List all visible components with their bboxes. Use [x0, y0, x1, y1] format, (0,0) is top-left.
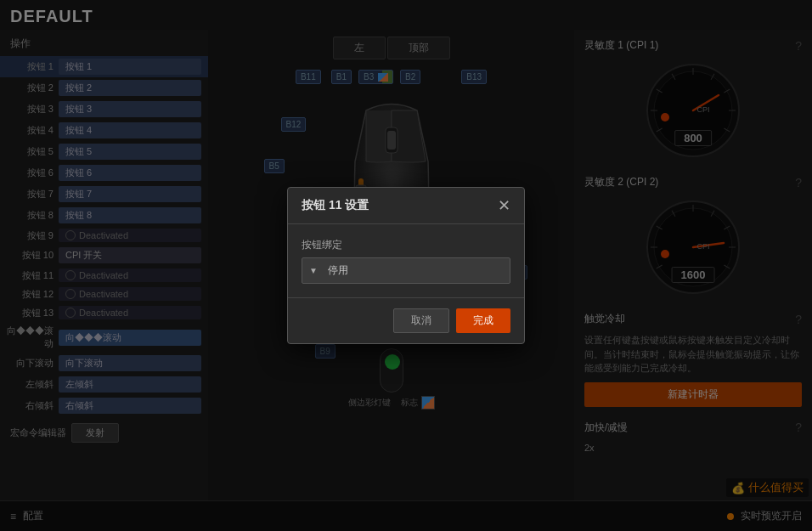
modal-overlay: 按钮 11 设置 ✕ 按钮绑定 ▼ 停用 取消 完成: [0, 0, 812, 531]
modal-dropdown-arrow[interactable]: ▼: [302, 261, 324, 280]
modal-actions: 取消 完成: [288, 297, 524, 343]
modal-close-button[interactable]: ✕: [498, 198, 510, 213]
modal-dialog: 按钮 11 设置 ✕ 按钮绑定 ▼ 停用 取消 完成: [287, 187, 525, 344]
modal-field-label: 按钮绑定: [302, 238, 510, 252]
modal-select-row[interactable]: ▼ 停用: [302, 257, 510, 284]
modal-title: 按钮 11 设置: [302, 198, 369, 213]
modal-select-value: 停用: [324, 258, 510, 283]
modal-header: 按钮 11 设置 ✕: [288, 188, 524, 224]
modal-confirm-button[interactable]: 完成: [456, 308, 510, 333]
modal-cancel-button[interactable]: 取消: [393, 308, 449, 333]
modal-body: 按钮绑定 ▼ 停用: [288, 224, 524, 297]
